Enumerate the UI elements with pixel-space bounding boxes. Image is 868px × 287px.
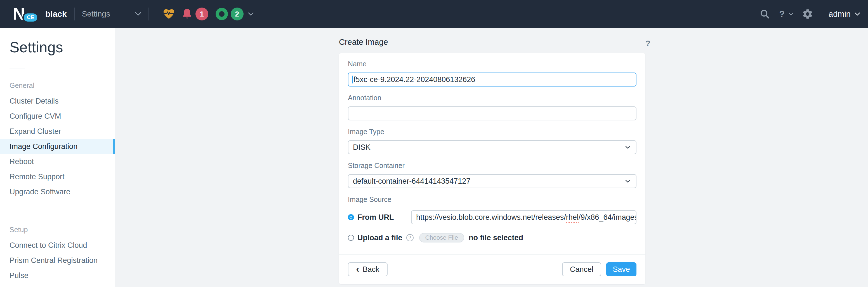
- help-icon[interactable]: ?: [645, 39, 650, 48]
- back-button[interactable]: ‹ Back: [348, 262, 388, 276]
- sidebar-item-image-configuration[interactable]: Image Configuration: [0, 139, 115, 154]
- nutanix-logo[interactable]: N CE: [13, 3, 37, 25]
- storage-container-select[interactable]: default-container-64414143547127: [348, 174, 637, 188]
- storage-container-value: default-container-64414143547127: [353, 177, 470, 185]
- sidebar-item-label: Image Configuration: [9, 142, 78, 151]
- nav-dropdown[interactable]: Settings: [82, 9, 141, 19]
- search-icon[interactable]: [760, 9, 770, 19]
- ce-badge: CE: [22, 12, 39, 23]
- sidebar-item-pulse[interactable]: Pulse: [0, 268, 115, 283]
- topbar: N CE black Settings 1 2: [0, 0, 868, 28]
- footer-divider: [339, 254, 645, 255]
- sidebar-item-reboot[interactable]: Reboot: [0, 154, 115, 169]
- from-url-row: From URL https://vesio.blob.core.windows…: [348, 210, 637, 224]
- image-type-value: DISK: [353, 143, 371, 152]
- nav-dropdown-label: Settings: [82, 9, 110, 19]
- save-button[interactable]: Save: [606, 262, 637, 276]
- sidebar-item-remote-support[interactable]: Remote Support: [0, 169, 115, 184]
- page-title: Create Image: [339, 28, 645, 47]
- section-label-general: General: [9, 82, 115, 90]
- image-source-url: https://vesio.blob.core.windows.net/rele…: [416, 213, 637, 222]
- user-name: admin: [829, 9, 851, 19]
- image-type-select[interactable]: DISK: [348, 140, 637, 154]
- tasks-count-badge[interactable]: 2: [231, 7, 244, 21]
- create-image-card: Name f5xc-ce-9.2024.22-20240806132626 An…: [339, 53, 645, 284]
- health-heart-icon[interactable]: [162, 7, 175, 21]
- url-input[interactable]: https://vesio.blob.core.windows.net/rele…: [411, 210, 637, 224]
- file-status-text: no file selected: [469, 233, 523, 242]
- settings-sidebar: Settings General Cluster Details Configu…: [0, 28, 115, 287]
- storage-container-label: Storage Container: [348, 162, 637, 170]
- chevron-down-icon: [855, 12, 860, 16]
- sidebar-item-configure-cvm[interactable]: Configure CVM: [0, 109, 115, 124]
- annotation-label: Annotation: [348, 94, 637, 102]
- dialog-footer: ‹ Back Cancel Save: [348, 262, 637, 276]
- cluster-name: black: [45, 9, 67, 19]
- help-menu[interactable]: ?: [779, 9, 785, 19]
- name-value: f5xc-ce-9.2024.22-20240806132626: [353, 75, 475, 84]
- upload-file-label: Upload a file: [358, 233, 402, 242]
- back-label: Back: [363, 265, 379, 274]
- name-input[interactable]: f5xc-ce-9.2024.22-20240806132626: [348, 73, 637, 87]
- chevron-left-icon: ‹: [356, 264, 359, 274]
- user-menu[interactable]: admin: [829, 9, 860, 19]
- choose-file-button[interactable]: Choose File: [419, 233, 464, 242]
- upload-file-radio[interactable]: [348, 235, 354, 241]
- topbar-divider: [74, 7, 75, 21]
- alerts-count-badge[interactable]: 1: [195, 7, 208, 21]
- upload-file-row: Upload a file ? Choose File no file sele…: [348, 232, 637, 244]
- alerts-bell-icon[interactable]: [182, 8, 193, 20]
- section-label-setup: Setup: [9, 226, 115, 234]
- chevron-down-icon: [135, 12, 141, 16]
- chevron-down-icon[interactable]: [248, 12, 254, 16]
- chevron-down-icon[interactable]: [788, 12, 793, 16]
- sidebar-title: Settings: [9, 39, 115, 56]
- sidebar-item-cluster-details[interactable]: Cluster Details: [0, 93, 115, 109]
- sidebar-divider: [9, 68, 25, 69]
- topbar-divider: [149, 7, 149, 21]
- sidebar-item-prism-central-registration[interactable]: Prism Central Registration: [0, 253, 115, 268]
- question-circle-icon[interactable]: ?: [406, 234, 413, 241]
- text-caret: [352, 76, 353, 83]
- chevron-down-icon: [625, 180, 630, 183]
- from-url-radio[interactable]: [348, 214, 354, 220]
- sidebar-divider: [9, 213, 25, 213]
- active-indicator: [113, 139, 115, 154]
- main-content: Create Image ? Name f5xc-ce-9.2024.22-20…: [116, 28, 868, 287]
- image-type-label: Image Type: [348, 128, 637, 136]
- sidebar-item-upgrade-software[interactable]: Upgrade Software: [0, 184, 115, 199]
- tasks-ring-icon[interactable]: [216, 8, 228, 20]
- from-url-label: From URL: [358, 213, 394, 222]
- annotation-input[interactable]: [348, 106, 637, 120]
- cancel-button[interactable]: Cancel: [562, 262, 601, 276]
- sidebar-item-connect-citrix-cloud[interactable]: Connect to Citrix Cloud: [0, 238, 115, 253]
- sidebar-item-expand-cluster[interactable]: Expand Cluster: [0, 124, 115, 139]
- create-image-dialog: Create Image ? Name f5xc-ce-9.2024.22-20…: [339, 28, 645, 284]
- name-label: Name: [348, 60, 637, 68]
- chevron-down-icon: [625, 146, 630, 149]
- image-source-label: Image Source: [348, 196, 637, 204]
- gear-icon[interactable]: [802, 8, 813, 20]
- topbar-divider: [821, 7, 821, 21]
